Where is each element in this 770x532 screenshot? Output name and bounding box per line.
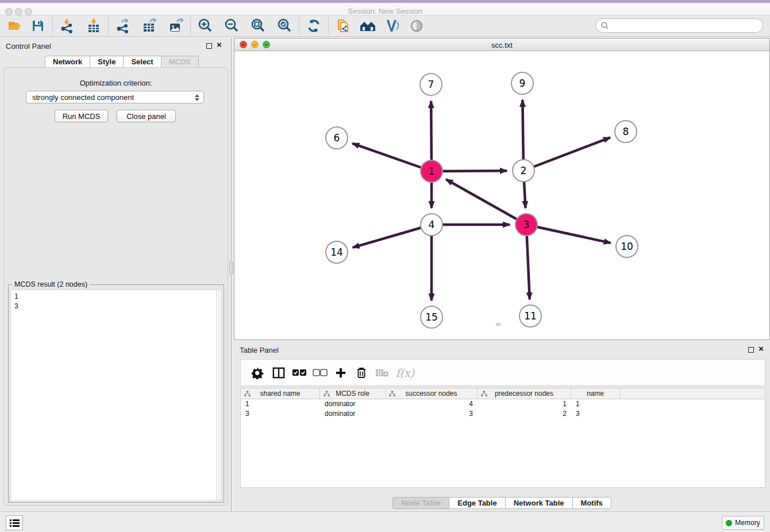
- table-cell[interactable]: 1: [571, 399, 620, 409]
- column-pane-icon[interactable]: [268, 364, 289, 381]
- table-cell[interactable]: 3: [386, 409, 478, 419]
- first-neighbors-icon[interactable]: [359, 17, 378, 35]
- memory-label: Memory: [735, 519, 760, 527]
- zoom-selected-icon[interactable]: [275, 17, 294, 35]
- graph-node-8[interactable]: 8: [614, 120, 637, 143]
- column-header-successor-nodes[interactable]: successor nodes: [386, 388, 478, 399]
- save-session-icon[interactable]: [29, 17, 47, 35]
- graph-node-9[interactable]: 9: [511, 72, 534, 95]
- tab-network-table[interactable]: Network Table: [505, 497, 572, 509]
- task-history-button[interactable]: [6, 515, 23, 530]
- deselect-all-icon[interactable]: [310, 364, 330, 381]
- column-header-MCDS-role[interactable]: MCDS role: [320, 388, 386, 399]
- toolbar-separator: [299, 17, 299, 34]
- main-titlebar: Session: New Session: [0, 3, 770, 16]
- node-table: shared nameMCDS rolesuccessor nodesprede…: [240, 388, 765, 488]
- graph-node-10[interactable]: 10: [615, 235, 638, 258]
- graph-node-6[interactable]: 6: [325, 126, 348, 149]
- open-file-icon[interactable]: [6, 17, 24, 35]
- column-header-name[interactable]: name: [571, 388, 620, 399]
- clone-network-icon[interactable]: [334, 17, 352, 35]
- graph-node-15[interactable]: 15: [420, 306, 443, 329]
- table-cell[interactable]: 1: [241, 399, 320, 409]
- table-body: 1dominator4113dominator323: [241, 399, 765, 419]
- network-view-window: × − + scc.txt 7968124314101511: [234, 38, 770, 340]
- tab-select[interactable]: Select: [123, 56, 160, 68]
- edge-3-1[interactable]: [446, 179, 526, 225]
- function-builder-icon-disabled: f(x): [395, 364, 415, 381]
- result-scrollbar[interactable]: [216, 290, 221, 500]
- search-field[interactable]: [595, 18, 763, 33]
- tab-style[interactable]: Style: [90, 56, 123, 68]
- column-header-predecessor-nodes[interactable]: predecessor nodes: [478, 388, 571, 399]
- graph-node-14[interactable]: 14: [325, 241, 348, 264]
- memory-status-icon: [726, 520, 732, 526]
- import-network-icon[interactable]: [58, 17, 76, 35]
- edge-4-14[interactable]: [353, 225, 432, 248]
- graph-node-4[interactable]: 4: [420, 213, 443, 236]
- tab-network[interactable]: Network: [45, 56, 90, 68]
- zoom-in-icon[interactable]: [196, 17, 214, 35]
- zoom-out-icon[interactable]: [222, 17, 241, 35]
- float-panel-icon[interactable]: [206, 43, 212, 49]
- select-all-icon[interactable]: [289, 364, 310, 381]
- network-title: scc.txt: [234, 41, 769, 49]
- graph-node-3[interactable]: 3: [515, 213, 538, 236]
- edge-1-6[interactable]: [352, 144, 432, 171]
- refresh-layout-icon[interactable]: [305, 17, 323, 35]
- network-titlebar[interactable]: × − + scc.txt: [234, 38, 769, 51]
- run-mcds-button[interactable]: Run MCDS: [55, 110, 108, 122]
- table-row[interactable]: 1dominator411: [241, 399, 765, 409]
- export-table-icon[interactable]: [140, 17, 159, 35]
- panel-divider-handle[interactable]: [229, 261, 233, 274]
- network-canvas[interactable]: 7968124314101511: [234, 51, 769, 340]
- table-cell[interactable]: 2: [478, 409, 571, 419]
- graph-node-1[interactable]: 1: [420, 160, 443, 183]
- canvas-resize-grip[interactable]: [496, 323, 500, 326]
- close-panel-icon[interactable]: ×: [217, 40, 222, 49]
- table-panel: Table Panel × f(x) shared nameMCDS roles…: [234, 342, 770, 511]
- tab-edge-table[interactable]: Edge Table: [449, 497, 505, 509]
- criterion-dropdown-value: strongly connected component: [32, 93, 134, 102]
- control-panel-tabbar: NetworkStyleSelectMCDS: [0, 56, 232, 68]
- table-row[interactable]: 3dominator323: [241, 409, 765, 419]
- table-settings-gear-icon[interactable]: [248, 364, 268, 381]
- table-cell[interactable]: 3: [241, 409, 320, 419]
- export-network-icon[interactable]: [114, 17, 132, 35]
- export-image-icon[interactable]: [167, 17, 185, 35]
- import-table-icon[interactable]: [84, 17, 103, 35]
- add-column-icon[interactable]: [330, 364, 351, 381]
- toolbar-separator: [108, 17, 109, 34]
- graph-node-7[interactable]: 7: [419, 73, 442, 96]
- table-tabbar: Node TableEdge TableNetwork TableMotifs: [234, 497, 770, 509]
- close-panel-button[interactable]: Close panel: [117, 110, 176, 122]
- table-cell[interactable]: dominator: [320, 399, 386, 409]
- table-cell[interactable]: 3: [571, 409, 620, 419]
- tab-motifs[interactable]: Motifs: [572, 497, 611, 509]
- column-header-shared-name[interactable]: shared name: [241, 388, 320, 399]
- tab-node-table[interactable]: Node Table: [392, 497, 449, 509]
- table-cell[interactable]: 4: [386, 399, 478, 409]
- optimization-criterion-label: Optimization criterion:: [0, 79, 232, 87]
- delete-table-icon-disabled: [372, 364, 392, 381]
- memory-button[interactable]: Memory: [722, 516, 764, 530]
- vizmapper-icon[interactable]: [383, 17, 402, 35]
- delete-column-icon[interactable]: [351, 364, 372, 381]
- criterion-dropdown[interactable]: strongly connected component: [26, 91, 204, 103]
- edge-2-8[interactable]: [523, 137, 610, 171]
- mcds-result-textarea[interactable]: 1 3: [10, 290, 222, 501]
- control-panel-title: Control Panel: [6, 42, 51, 51]
- edge-3-10[interactable]: [526, 225, 611, 243]
- search-icon: [600, 21, 609, 30]
- show-hide-graphics-icon[interactable]: [407, 17, 426, 35]
- tab-mcds[interactable]: MCDS: [161, 56, 199, 68]
- zoom-fit-icon[interactable]: [249, 17, 267, 35]
- table-close-icon[interactable]: ×: [759, 344, 764, 353]
- graph-node-2[interactable]: 2: [512, 159, 535, 182]
- table-float-icon[interactable]: [748, 347, 754, 353]
- dropdown-stepper-icon: [194, 93, 200, 102]
- table-cell[interactable]: 1: [478, 399, 571, 409]
- graph-node-11[interactable]: 11: [519, 304, 542, 327]
- table-cell[interactable]: dominator: [320, 409, 386, 419]
- search-input[interactable]: [609, 22, 753, 30]
